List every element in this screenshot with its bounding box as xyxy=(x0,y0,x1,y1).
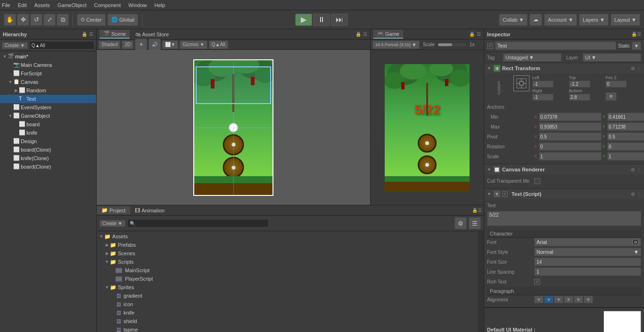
rect-transform-header[interactable]: ▼ ⊞ Rect Transform ⚙ ⋮ xyxy=(484,63,644,73)
font-style-select[interactable]: Normal ▼ xyxy=(534,248,641,256)
rotate-tool[interactable]: ↺ xyxy=(30,14,42,26)
menu-file[interactable]: File xyxy=(2,2,10,8)
tree-shield[interactable]: 🖼 shield xyxy=(97,317,478,325)
tree-playerscript[interactable]: C# PlayerScript xyxy=(97,275,478,283)
anchor-min-x-input[interactable]: 0.07378 xyxy=(539,113,602,121)
scale-x-input[interactable]: 1 xyxy=(539,152,602,161)
hier-item-knifeclone[interactable]: ⬜ knife(Clone) xyxy=(0,154,96,162)
tree-scenes[interactable]: ▶ 📁 Scenes xyxy=(97,249,478,258)
step-button[interactable]: ⏭ xyxy=(331,14,348,26)
project-menu-icon[interactable]: ☰ xyxy=(478,208,482,213)
game-lock-icon[interactable]: 🔒 xyxy=(469,32,475,37)
layout-button[interactable]: Layout ▼ xyxy=(611,14,640,26)
project-tab[interactable]: 📁 Project xyxy=(97,206,130,214)
hier-item-design[interactable]: ⬜ Design xyxy=(0,137,96,146)
hier-item-boardclone2[interactable]: ⬜ board(Clone) xyxy=(0,162,96,171)
rect-settings-icon[interactable]: ⚙ xyxy=(631,66,635,71)
pause-button[interactable]: ⏸ xyxy=(313,14,330,26)
anchor-preset-btn[interactable] xyxy=(513,75,529,91)
top-input[interactable] xyxy=(569,81,590,88)
font-circle-icon[interactable]: ⊙ xyxy=(632,239,639,245)
hier-item-random[interactable]: ▶ ⬜ Random xyxy=(0,86,96,95)
tree-mainscript[interactable]: C# MainScript xyxy=(97,266,478,275)
align-right-top-btn[interactable]: ≡ xyxy=(554,296,563,303)
hand-tool[interactable]: ✋ xyxy=(4,14,16,26)
hierarchy-create-btn[interactable]: Create ▼ xyxy=(2,42,28,49)
pivot-y-input[interactable]: 0.5 xyxy=(607,132,644,141)
audio-btn[interactable]: 🔊 xyxy=(149,39,161,51)
canvas-renderer-more-icon[interactable]: ⋮ xyxy=(636,167,641,172)
text-script-enabled[interactable] xyxy=(502,191,508,197)
bottom-input[interactable] xyxy=(569,94,590,101)
menu-gameobject[interactable]: GameObject xyxy=(58,2,87,8)
canvas-renderer-header[interactable]: ▼ ⬜ Canvas Renderer ⚙ ⋮ xyxy=(484,164,644,175)
hier-item-boardclone1[interactable]: ⬜ board(Clone) xyxy=(0,146,96,154)
animation-tab[interactable]: 🎞 Animation xyxy=(130,207,169,214)
scene-search[interactable]: Q▲All xyxy=(209,40,228,49)
scale-y-input[interactable]: 1 xyxy=(607,152,644,161)
hier-item-main[interactable]: ▼ 🎬 main* xyxy=(0,52,96,61)
tag-dropdown[interactable]: Untagged ▼ xyxy=(503,53,561,62)
align-left-mid-btn[interactable]: ≡ xyxy=(564,296,573,303)
tree-assets[interactable]: ▼ 📁 Assets xyxy=(97,232,478,241)
reset-btn[interactable]: R xyxy=(605,92,617,101)
cloud-button[interactable]: ☁ xyxy=(529,14,542,26)
anchor-min-y-input[interactable]: 0.41661 xyxy=(607,113,644,121)
project-settings-icon[interactable]: ⚙ xyxy=(454,217,467,229)
center-button[interactable]: ⊙ Center xyxy=(77,14,106,26)
menu-window[interactable]: Window xyxy=(128,2,147,8)
anchor-max-x-input[interactable]: 0.93853 xyxy=(539,122,602,131)
tree-gradient[interactable]: 🖼 gradient xyxy=(97,292,478,300)
text-script-settings-icon[interactable]: ⚙ xyxy=(631,192,635,197)
hierarchy-menu-icon[interactable]: ☰ xyxy=(89,32,93,37)
scale-tool[interactable]: ⤢ xyxy=(43,14,56,26)
rect-tool[interactable]: ⧉ xyxy=(57,14,69,26)
rich-text-checkbox[interactable] xyxy=(534,279,540,285)
rect-more-icon[interactable]: ⋮ xyxy=(636,66,641,71)
tree-prefabs[interactable]: ▶ 📁 Prefabs xyxy=(97,241,478,249)
text-script-more-icon[interactable]: ⋮ xyxy=(636,192,641,197)
project-scrollbar[interactable] xyxy=(478,231,484,332)
cull-checkbox[interactable] xyxy=(534,178,540,184)
mode2d-btn[interactable]: 2D xyxy=(122,40,133,49)
play-button[interactable]: ▶ xyxy=(295,14,312,26)
right-input[interactable] xyxy=(532,94,553,101)
hier-item-maincamera[interactable]: 📷 Main Camera xyxy=(0,61,96,69)
scene-menu-icon[interactable]: ☰ xyxy=(363,32,367,37)
hier-item-canvas[interactable]: ▼ 📋 Canvas xyxy=(0,78,96,86)
hier-item-text[interactable]: T Text xyxy=(0,95,96,103)
aspect-dropdown[interactable]: 16:9 Portrait (9:16) ▼ xyxy=(372,40,420,49)
hier-item-gameobject[interactable]: ▼ ⬜ GameObject xyxy=(0,112,96,120)
project-lock-icon[interactable]: 🔒 xyxy=(472,208,478,213)
inspector-lock-icon[interactable]: 🔒 xyxy=(631,32,637,37)
menu-help[interactable]: Help xyxy=(154,2,165,8)
project-create-btn[interactable]: Create ▼ xyxy=(99,220,125,227)
line-spacing-input[interactable]: 1 xyxy=(534,267,641,276)
tree-tapme[interactable]: 🖼 tapme xyxy=(97,325,478,332)
effects-btn[interactable]: ⬜▼ xyxy=(162,40,178,49)
align-right-mid-btn[interactable]: ≡ xyxy=(584,296,593,303)
game-viewport[interactable]: 5/22 xyxy=(371,50,484,205)
lighting-btn[interactable]: ☀ xyxy=(135,39,147,51)
font-size-input[interactable]: 14 xyxy=(534,258,641,266)
hierarchy-search-input[interactable] xyxy=(29,41,94,49)
hier-item-board[interactable]: ⬜ board xyxy=(0,120,96,129)
global-button[interactable]: 🌐 Global xyxy=(107,14,138,26)
text-value-input[interactable]: 5/22 xyxy=(487,211,641,226)
scene-lock-icon[interactable]: 🔒 xyxy=(355,32,361,37)
project-search-input[interactable] xyxy=(127,219,269,227)
rot-x-input[interactable]: 0 xyxy=(539,142,602,151)
anchor-max-y-input[interactable]: 0.71238 xyxy=(607,122,644,131)
pivot-x-input[interactable]: 0.5 xyxy=(539,132,602,141)
layers-button[interactable]: Layers ▼ xyxy=(579,14,609,26)
inspector-menu-icon[interactable]: ☰ xyxy=(637,32,641,37)
component-name-input[interactable] xyxy=(495,41,616,50)
posz-input[interactable] xyxy=(605,81,627,88)
scale-slider[interactable] xyxy=(438,43,466,46)
collab-button[interactable]: Collab ▼ xyxy=(499,14,528,26)
scene-tab[interactable]: 🎬 Scene xyxy=(99,30,130,39)
tree-sprites[interactable]: ▼ 📁 Sprites xyxy=(97,283,478,292)
game-tab[interactable]: 🎮 Game xyxy=(373,30,403,39)
gizmos-btn[interactable]: Gizmos ▼ xyxy=(180,40,207,49)
tree-scripts[interactable]: ▼ 📁 Scripts xyxy=(97,258,478,266)
